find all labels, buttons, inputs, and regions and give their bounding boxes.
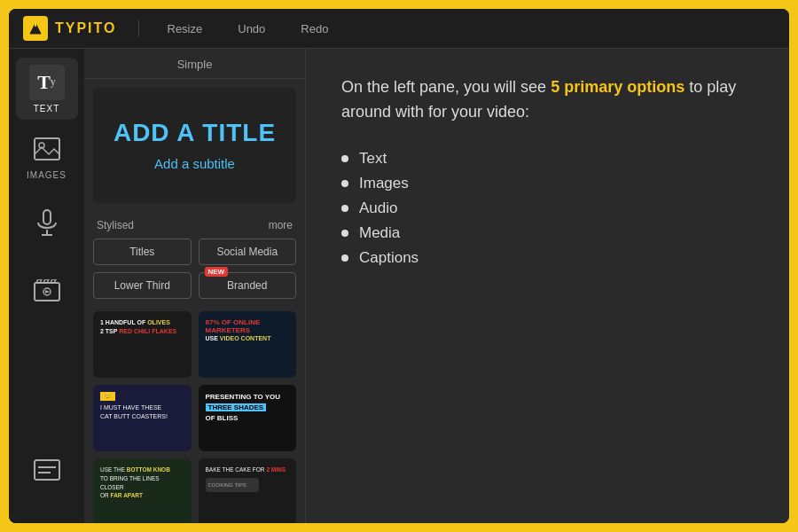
logo-area: TYPITO [23, 16, 117, 41]
audio-icon [35, 208, 59, 242]
template-grid: 1 HANDFUL OF OLIVES 2 TSP RED CHILI FLAK… [84, 308, 305, 523]
svg-rect-4 [43, 210, 51, 224]
typito-logo-icon [23, 16, 48, 41]
sidebar-item-images[interactable]: IMAGES [16, 127, 78, 189]
undo-button[interactable]: Undo [231, 19, 272, 39]
category-titles-button[interactable]: Titles [93, 239, 192, 265]
preview-subtitle: Add a subtitle [154, 156, 235, 171]
preview-title: ADD A TITLE [113, 120, 276, 147]
template-card-2[interactable]: 87% OF ONLINE MARKETERS USE VIDEO CONTEN… [199, 311, 297, 378]
category-lowerthird-button[interactable]: Lower Third [93, 272, 192, 299]
category-branded-button[interactable]: NEW Branded [199, 272, 297, 299]
right-panel: On the left pane, you will see 5 primary… [306, 49, 789, 523]
list-item-captions: Captions [341, 246, 754, 270]
svg-rect-2 [35, 138, 59, 160]
images-sidebar-label: IMAGES [27, 170, 66, 180]
captions-icon [33, 458, 61, 487]
bullet-dot-audio [341, 205, 348, 212]
text-sidebar-icon: Ty [29, 65, 65, 100]
preview-area: ADD A TITLE Add a subtitle [93, 88, 296, 203]
resize-button[interactable]: Resize [160, 19, 210, 39]
info-highlight: 5 primary options [551, 78, 685, 96]
list-item-media: Media [341, 221, 754, 246]
middle-panel: Simple ADD A TITLE Add a subtitle Stylis… [84, 49, 306, 523]
nav-separator [138, 20, 139, 37]
svg-rect-10 [35, 460, 59, 480]
main-container: TYPITO Resize Undo Redo Ty TEXT IM [9, 9, 789, 523]
bullet-list: Text Images Audio Media Captions [341, 146, 754, 270]
sidebar-item-media[interactable] [16, 265, 78, 327]
list-item-images-label: Images [359, 175, 409, 192]
list-item-audio: Audio [341, 196, 754, 221]
sidebar-item-captions[interactable] [16, 443, 78, 505]
category-buttons: Titles Social Media Lower Third NEW Bran… [84, 239, 305, 308]
info-text: On the left pane, you will see 5 primary… [341, 75, 754, 125]
sidebar-item-text[interactable]: Ty TEXT [16, 58, 78, 120]
template-card-5[interactable]: USE THE BOTTOM KNOB TO BRING THE LINES C… [93, 458, 192, 523]
list-item-audio-label: Audio [359, 200, 397, 217]
content-area: Ty TEXT IMAGES [9, 49, 789, 523]
template-card-3[interactable]: 😊 I MUST HAVE THESECAT BUTT COASTERS! [93, 385, 192, 451]
bullet-dot-captions [341, 254, 348, 262]
list-item-images: Images [341, 171, 754, 196]
sidebar-item-audio[interactable] [16, 196, 78, 258]
bullet-dot-images [341, 180, 348, 187]
list-item-captions-label: Captions [359, 249, 419, 267]
text-sidebar-label: TEXT [34, 104, 60, 113]
list-item-media-label: Media [359, 224, 400, 242]
typito-logo-text: TYPITO [55, 20, 117, 36]
new-badge: NEW [205, 267, 229, 277]
icon-sidebar: Ty TEXT IMAGES [9, 49, 84, 523]
template-card-4[interactable]: PRESENTING TO YOU THREE SHADES OF BLISS [199, 385, 297, 451]
more-label[interactable]: more [269, 219, 293, 231]
bullet-dot-media [341, 230, 348, 237]
top-nav: TYPITO Resize Undo Redo [9, 9, 789, 49]
info-text-before: On the left pane, you will see [341, 78, 551, 96]
category-social-button[interactable]: Social Media [199, 239, 297, 265]
bullet-dot-text [341, 155, 348, 162]
template-card-6[interactable]: BAKE THE CAKE FOR 2 MINS COOKING TIPS [199, 458, 297, 523]
stylised-label: Stylised [97, 219, 134, 231]
list-item-text-label: Text [359, 150, 387, 168]
redo-button[interactable]: Redo [293, 19, 335, 39]
list-item-text: Text [341, 146, 754, 171]
panel-simple-header: Simple [84, 49, 305, 79]
svg-marker-9 [45, 290, 50, 293]
template-card-1[interactable]: 1 HANDFUL OF OLIVES 2 TSP RED CHILI FLAK… [93, 311, 192, 378]
stylised-row: Stylised more [84, 212, 305, 239]
images-icon [33, 137, 61, 167]
media-icon [33, 279, 61, 309]
